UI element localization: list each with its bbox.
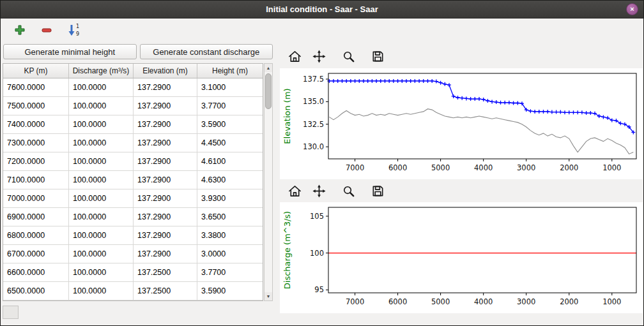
table-cell[interactable]: 100.0000 (69, 282, 134, 300)
table-cell[interactable]: 3.7700 (197, 97, 263, 115)
table-body: 7600.0000100.0000137.29003.10007500.0000… (3, 78, 263, 300)
vertical-scrollbar[interactable]: ▲ ▼ (264, 63, 273, 301)
scrollbar-corner (3, 306, 19, 319)
table-cell[interactable]: 3.5900 (197, 282, 263, 300)
table-cell[interactable]: 137.2900 (134, 226, 197, 245)
table-row[interactable]: 7600.0000100.0000137.29003.1000 (3, 78, 263, 97)
table-cell[interactable]: 6900.0000 (3, 208, 69, 226)
svg-text:2000: 2000 (560, 297, 578, 306)
table-cell[interactable]: 3.3800 (197, 226, 263, 245)
table-row[interactable]: 7200.0000100.0000137.29004.6100 (3, 152, 263, 171)
svg-text:2000: 2000 (560, 163, 578, 172)
table-row[interactable]: 6700.0000100.0000137.29003.0000 (3, 245, 263, 263)
table-cell[interactable]: 4.4500 (197, 134, 263, 152)
zoom-button[interactable] (340, 48, 356, 64)
table-cell[interactable]: 3.5900 (197, 115, 263, 134)
table-cell[interactable]: 100.0000 (69, 245, 134, 263)
table-row[interactable]: 7500.0000100.0000137.29003.7700 (3, 97, 263, 115)
table-cell[interactable]: 137.2900 (134, 245, 197, 263)
table-cell[interactable]: 7300.0000 (3, 134, 69, 152)
zoom-icon (341, 184, 356, 198)
zoom-icon (341, 49, 356, 64)
save-button[interactable] (369, 48, 386, 64)
titlebar[interactable]: Initial condition - Saar - Saar × (1, 1, 643, 19)
elevation-chart[interactable]: 7000600050004000300020001000137.5135.013… (280, 68, 643, 179)
svg-text:1: 1 (76, 24, 79, 29)
table-cell[interactable]: 6500.0000 (3, 282, 69, 300)
remove-row-button[interactable] (38, 22, 56, 38)
zoom-button[interactable] (340, 182, 356, 199)
table-cell[interactable]: 100.0000 (69, 115, 134, 134)
table-row[interactable]: 7000.0000100.0000137.29003.9300 (3, 189, 263, 208)
svg-text:5000: 5000 (431, 163, 450, 172)
scroll-up-icon[interactable]: ▲ (264, 64, 272, 72)
table-cell[interactable]: 137.2900 (134, 152, 197, 171)
pan-button[interactable] (310, 182, 327, 199)
table-cell[interactable]: 6600.0000 (3, 263, 69, 282)
table-cell[interactable]: 137.2900 (134, 171, 197, 189)
table-row[interactable]: 7300.0000100.0000137.29004.4500 (3, 134, 263, 152)
table-cell[interactable]: 137.2900 (134, 78, 197, 97)
table-cell[interactable]: 100.0000 (69, 152, 134, 171)
table-cell[interactable]: 4.6100 (197, 152, 263, 171)
table-cell[interactable]: 3.0000 (197, 245, 263, 263)
table-cell[interactable]: 3.7700 (197, 263, 263, 282)
table-cell[interactable]: 137.2500 (134, 263, 197, 282)
table-cell[interactable]: 100.0000 (69, 189, 134, 208)
table-cell[interactable]: 4.6300 (197, 171, 263, 189)
table-cell[interactable]: 137.2900 (134, 208, 197, 226)
home-button[interactable] (286, 182, 303, 199)
table-row[interactable]: 7100.0000100.0000137.29004.6300 (3, 171, 263, 189)
svg-text:3000: 3000 (517, 163, 535, 172)
svg-text:135.0: 135.0 (303, 97, 324, 106)
table-header: KP (m) Discharge (m³/s) Elevation (m) He… (3, 64, 263, 78)
table-cell[interactable]: 137.2900 (134, 189, 197, 208)
scroll-down-icon[interactable]: ▼ (264, 292, 272, 300)
table-cell[interactable]: 100.0000 (69, 134, 134, 152)
sort-button[interactable]: 1 9 (65, 22, 82, 38)
home-button[interactable] (286, 48, 303, 64)
table-cell[interactable]: 100.0000 (69, 97, 134, 115)
table-cell[interactable]: 7100.0000 (3, 171, 69, 189)
table-row[interactable]: 7400.0000100.0000137.29003.5900 (3, 115, 263, 134)
table-cell[interactable]: 7500.0000 (3, 97, 69, 115)
generate-minimal-height-button[interactable]: Generate minimal height (3, 44, 137, 59)
add-row-button[interactable] (11, 22, 29, 38)
table-cell[interactable]: 6800.0000 (3, 226, 69, 245)
table-cell[interactable]: 100.0000 (69, 171, 134, 189)
discharge-chart[interactable]: 700060005000400030002000100010510095Disc… (280, 202, 643, 313)
table-cell[interactable]: 3.9300 (197, 189, 263, 208)
table-cell[interactable]: 7400.0000 (3, 115, 69, 134)
column-header-height[interactable]: Height (m) (197, 64, 263, 78)
table-cell[interactable]: 6700.0000 (3, 245, 69, 263)
column-header-discharge[interactable]: Discharge (m³/s) (69, 64, 134, 78)
table-cell[interactable]: 7600.0000 (3, 78, 69, 97)
table-row[interactable]: 6500.0000100.0000137.25003.5900 (3, 282, 263, 300)
pan-button[interactable] (310, 48, 327, 64)
svg-text:7000: 7000 (346, 163, 364, 172)
table-cell[interactable]: 137.2900 (134, 97, 197, 115)
generate-constant-discharge-button[interactable]: Generate constant discharge (140, 44, 273, 59)
column-header-elevation[interactable]: Elevation (m) (134, 64, 197, 78)
table-cell[interactable]: 100.0000 (69, 78, 134, 97)
table-cell[interactable]: 3.6500 (197, 208, 263, 226)
table-row[interactable]: 6600.0000100.0000137.25003.7700 (3, 263, 263, 282)
table-cell[interactable]: 7200.0000 (3, 152, 69, 171)
column-header-kp[interactable]: KP (m) (3, 64, 69, 78)
table-cell[interactable]: 137.2900 (134, 115, 197, 134)
table-cell[interactable]: 7000.0000 (3, 189, 69, 208)
table-row[interactable]: 6800.0000100.0000137.29003.3800 (3, 226, 263, 245)
svg-text:105: 105 (310, 212, 324, 221)
table-cell[interactable]: 3.1000 (197, 78, 263, 97)
table-cell[interactable]: 137.2900 (134, 134, 197, 152)
svg-text:6000: 6000 (388, 297, 407, 306)
table-cell[interactable]: 100.0000 (69, 208, 134, 226)
table-cell[interactable]: 100.0000 (69, 226, 134, 245)
table-cell[interactable]: 100.0000 (69, 263, 134, 282)
table-row[interactable]: 6900.0000100.0000137.29003.6500 (3, 208, 263, 226)
table-cell[interactable]: 137.2500 (134, 282, 197, 300)
save-button[interactable] (369, 182, 386, 199)
elevation-plot: 7000600050004000300020001000137.5135.013… (280, 68, 643, 179)
close-button[interactable]: × (626, 3, 638, 15)
scrollbar-thumb[interactable] (265, 73, 272, 109)
